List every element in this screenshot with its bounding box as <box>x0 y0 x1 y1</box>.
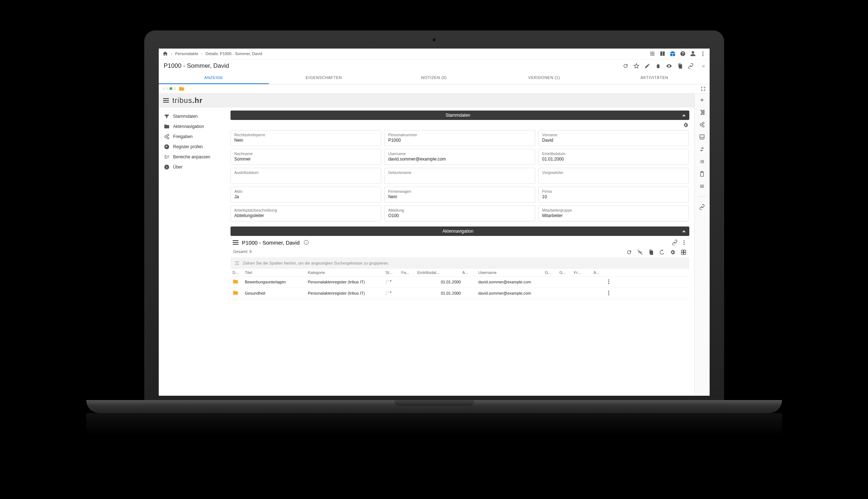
field-5[interactable]: Eintrittsdatum01.01.2000 <box>538 149 689 165</box>
field-2[interactable]: VornameDavid <box>538 130 689 146</box>
col-header[interactable]: Titel <box>245 270 307 275</box>
plus-icon[interactable] <box>699 97 705 103</box>
panel-stammdaten-header[interactable]: Stammdaten <box>231 111 689 120</box>
merge-icon[interactable] <box>699 109 705 115</box>
apps-icon[interactable] <box>649 51 655 57</box>
back-chevron[interactable]: ‹ <box>171 51 173 56</box>
clipboard2-icon[interactable] <box>699 171 705 177</box>
field-3[interactable]: NachnameSommer <box>231 149 382 165</box>
field-label: Username <box>388 151 531 156</box>
field-6[interactable]: Austrittsdatum <box>231 168 382 184</box>
history-icon[interactable] <box>659 249 665 255</box>
breadcrumb-detail[interactable]: Details: P1000 - Sommer, David <box>205 51 262 56</box>
field-value: Abteilungsleiter <box>234 213 378 218</box>
col-header[interactable]: A... <box>594 270 607 275</box>
field-9[interactable]: AktivJa <box>231 187 382 203</box>
row-more-icon[interactable] <box>608 291 617 295</box>
col-header[interactable]: Fa... <box>402 270 416 275</box>
col-header[interactable]: G... <box>545 270 558 275</box>
gift-icon[interactable] <box>670 51 676 57</box>
field-13[interactable]: AbteilungO100 <box>384 205 535 221</box>
field-12[interactable]: ArbeitsplatzbeschreibungAbteilungsleiter <box>231 205 382 221</box>
col-header[interactable]: D... <box>233 270 244 275</box>
info-outline-icon[interactable] <box>303 240 309 245</box>
paste-icon[interactable] <box>648 249 654 255</box>
field-10[interactable]: FirmenwagenNein <box>384 187 535 203</box>
list-icon[interactable] <box>699 183 705 189</box>
eye-icon[interactable] <box>666 63 672 69</box>
link2-icon[interactable] <box>672 240 678 245</box>
breadcrumb-root[interactable]: Personalakte <box>175 51 198 56</box>
menu-icon[interactable] <box>163 98 169 103</box>
field-7[interactable]: Geburtsname <box>384 168 535 184</box>
more2-icon[interactable] <box>681 240 687 245</box>
table-row[interactable]: GesundheitPersonalaktenregister (tribus … <box>231 288 689 299</box>
sidenav-aktennavigation[interactable]: Aktennavigation <box>161 121 225 132</box>
tab-aktivitaeten[interactable]: AKTIVITÄTEN <box>599 72 710 84</box>
columns-icon[interactable] <box>660 51 665 57</box>
field-value: 10 <box>542 194 685 199</box>
main-content: Stammdaten RechtsstreitsperreNeinPersona… <box>228 108 694 394</box>
collapse-icon <box>682 230 686 232</box>
star-icon[interactable] <box>634 63 639 69</box>
swap-icon[interactable] <box>699 146 705 152</box>
field-value: Nein <box>234 138 378 143</box>
field-14[interactable]: MitarbeitergruppeMitarbeiter <box>538 205 689 221</box>
gear-icon[interactable] <box>683 122 689 128</box>
col-header[interactable]: St... <box>386 270 400 275</box>
panel-aktennavigation: Aktennavigation P1000 - Sommer, David <box>231 226 689 299</box>
collapse-icon <box>682 114 686 116</box>
list-icon[interactable] <box>233 240 238 245</box>
more-icon[interactable] <box>700 51 706 57</box>
user-icon[interactable] <box>690 51 696 57</box>
sidenav-stammdaten[interactable]: Stammdaten <box>161 111 225 121</box>
field-label: Arbeitsplatzbeschreibung <box>234 208 378 212</box>
group-by-bar[interactable]: Ziehen Sie die Spalten hierhin, um die a… <box>231 257 689 269</box>
group-hint-text: Ziehen Sie die Spalten hierhin, um die a… <box>243 261 389 265</box>
col-header[interactable]: A... <box>462 270 477 275</box>
link3-icon[interactable] <box>699 204 705 210</box>
field-0[interactable]: RechtsstreitsperreNein <box>231 130 382 146</box>
tab-versionen[interactable]: VERSIONEN (1) <box>489 72 599 84</box>
col-header[interactable]: Username <box>478 270 544 275</box>
tab-notizen[interactable]: NOTIZEN (0) <box>379 72 489 84</box>
col-header[interactable]: G... <box>560 270 573 275</box>
col-header[interactable]: Kategorie <box>308 270 384 275</box>
row-more-icon[interactable] <box>608 279 617 284</box>
title-bar: P1000 - Sommer, David « <box>159 59 710 70</box>
inbox-icon[interactable] <box>699 134 705 140</box>
help-icon[interactable] <box>680 51 686 57</box>
field-4[interactable]: Usernamedavid.sommer@example.com <box>384 149 535 165</box>
edit-icon[interactable] <box>644 63 650 69</box>
sidenav-register[interactable]: Register prüfen <box>161 142 225 152</box>
link-icon[interactable] <box>688 63 694 69</box>
table-row[interactable]: BewerbungsunterlagenPersonalaktenregiste… <box>231 276 689 288</box>
delete-icon[interactable] <box>655 63 661 69</box>
tab-anzeige[interactable]: ANZEIGE <box>159 72 269 84</box>
grid-icon[interactable] <box>681 249 686 255</box>
gear2-icon[interactable] <box>670 249 676 255</box>
expand-sidebar-icon[interactable]: « <box>699 63 705 69</box>
panel-nav-header[interactable]: Aktennavigation <box>231 226 689 236</box>
fullscreen-icon[interactable] <box>700 86 706 92</box>
row-username: david.sommer@example.com <box>478 291 544 295</box>
row-folder-icon <box>233 279 244 285</box>
field-11[interactable]: Firma10 <box>538 187 689 203</box>
refresh2-icon[interactable] <box>626 249 632 255</box>
sidenav-bereiche[interactable]: Bereiche anpassen <box>161 152 225 162</box>
col-header[interactable]: Eintrittsdat... <box>418 270 461 275</box>
unlink-icon[interactable] <box>637 249 643 255</box>
clipboard-icon[interactable] <box>677 63 683 69</box>
checklist-icon[interactable] <box>699 159 705 165</box>
table-header: D...TitelKategorieSt...Fa...Eintrittsdat… <box>231 269 689 276</box>
sidenav-ueber[interactable]: Über <box>161 162 225 172</box>
share2-icon[interactable] <box>699 122 705 128</box>
sidenav-freigaben[interactable]: Freigaben <box>161 132 225 142</box>
col-header[interactable]: Fr... <box>574 270 592 275</box>
tab-eigenschaften[interactable]: EIGENSCHAFTEN <box>269 72 379 84</box>
refresh-icon[interactable] <box>623 63 628 69</box>
field-1[interactable]: PersonalnummerP1000 <box>384 130 535 146</box>
brand-logo: tribus.hr <box>173 96 203 105</box>
home-icon[interactable] <box>162 51 168 57</box>
field-8[interactable]: Vorgesetzter <box>538 168 689 184</box>
